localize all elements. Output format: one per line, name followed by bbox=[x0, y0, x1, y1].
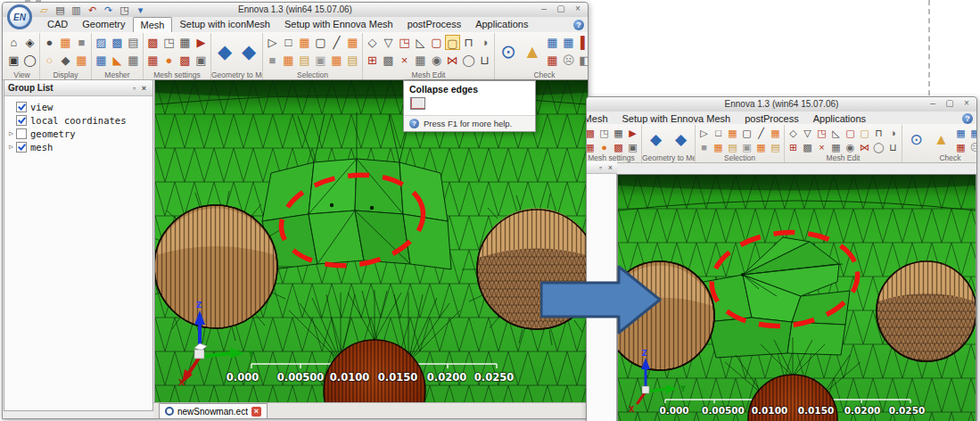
menu-tab[interactable]: Geometry bbox=[75, 17, 132, 32]
bridge-icon[interactable]: ⊓ bbox=[872, 127, 885, 139]
group-list-header[interactable]: ▫ × bbox=[587, 161, 617, 174]
tree-expand-icon[interactable]: ▷ bbox=[6, 129, 16, 137]
document-close-icon[interactable]: × bbox=[251, 407, 261, 417]
remesh-face-icon[interactable]: ▩ bbox=[801, 141, 814, 153]
cube-views-icon[interactable]: ◆ bbox=[58, 53, 73, 68]
face-quality-icon[interactable]: ☹ bbox=[561, 53, 576, 68]
merge-nodes-icon[interactable]: ▽ bbox=[801, 127, 814, 139]
zoom-icon[interactable]: ◯ bbox=[22, 53, 37, 68]
menu-tab[interactable]: Setup with iconMesh bbox=[172, 17, 277, 32]
tree-item[interactable]: ▷ geometry bbox=[6, 127, 151, 140]
tree-checkbox[interactable] bbox=[16, 128, 27, 139]
select-box-icon[interactable]: ■ bbox=[265, 53, 280, 68]
sphere-refine-icon[interactable]: ● bbox=[597, 141, 611, 153]
save-icon[interactable]: ▤ bbox=[54, 4, 66, 16]
solid-cube-icon[interactable]: ■ bbox=[74, 35, 89, 50]
tree-item[interactable]: local coordinates bbox=[6, 113, 151, 127]
select-volume2-icon[interactable]: ▤ bbox=[345, 53, 360, 68]
fit-view-icon[interactable]: ◳ bbox=[119, 4, 130, 16]
select-volume-icon[interactable]: ▤ bbox=[726, 141, 739, 153]
select-filled-icon[interactable]: ▣ bbox=[740, 141, 754, 153]
light-icon[interactable]: ○ bbox=[42, 53, 57, 68]
bridge-icon[interactable]: ⊓ bbox=[461, 35, 476, 50]
move-node-icon[interactable]: ◳ bbox=[397, 35, 412, 50]
source-icon[interactable]: ▶ bbox=[194, 35, 209, 50]
minimize-button[interactable]: – bbox=[927, 98, 938, 108]
dock-float-icon[interactable]: ▫ bbox=[129, 84, 139, 93]
block-mesher-icon[interactable]: ▦ bbox=[126, 53, 141, 68]
lasso-select-icon[interactable]: ▢ bbox=[740, 127, 754, 139]
create-element-icon[interactable]: ▢ bbox=[429, 35, 444, 50]
document-tab[interactable]: newSnowman.ect × bbox=[159, 403, 268, 418]
remesh-icon[interactable]: ▩ bbox=[110, 35, 125, 50]
grid-settings-icon[interactable]: ▦ bbox=[612, 127, 625, 139]
sizing-icon[interactable]: ▩ bbox=[612, 141, 625, 153]
check-grid-b-icon[interactable]: ▦ bbox=[968, 127, 976, 139]
stitch-icon[interactable]: ⊔ bbox=[886, 141, 900, 153]
check-grid-v-icon[interactable]: ▦ bbox=[545, 53, 560, 68]
move-node-icon[interactable]: ◳ bbox=[815, 127, 828, 139]
mesh-viewport-after[interactable]: Z Y X 0.000 0.00500 0.0100 0.0150 0.0200… bbox=[617, 174, 976, 421]
tri-mesher-icon[interactable]: ◣ bbox=[110, 53, 125, 68]
menu-tab[interactable]: CAD bbox=[40, 17, 75, 32]
select-box-icon[interactable]: ■ bbox=[697, 141, 711, 153]
diagnose-icon[interactable]: ⊙ bbox=[904, 127, 928, 153]
box-refine-icon[interactable]: ▣ bbox=[194, 53, 209, 68]
select-grid3-icon[interactable]: ▦ bbox=[329, 53, 344, 68]
geometry-to-mesh-icon[interactable]: ◆ bbox=[213, 35, 236, 69]
select-empty-box-icon[interactable]: □ bbox=[712, 127, 725, 139]
lasso-select-icon[interactable]: ▢ bbox=[313, 35, 328, 50]
delete-element-icon[interactable]: × bbox=[397, 53, 412, 68]
undo-icon[interactable]: ↶ bbox=[86, 4, 98, 16]
source-icon[interactable]: ▶ bbox=[626, 127, 639, 139]
project-node-icon[interactable]: ◉ bbox=[844, 141, 857, 153]
refine-icon[interactable]: ▦ bbox=[413, 53, 428, 68]
remesh-face-icon[interactable]: ▩ bbox=[381, 53, 396, 68]
collapse-edges-icon[interactable]: ▢ bbox=[445, 35, 460, 50]
select-empty-box-icon[interactable]: □ bbox=[281, 35, 296, 50]
shaded-sphere-icon[interactable]: ● bbox=[42, 35, 57, 50]
select-arrow-icon[interactable]: ▷ bbox=[697, 127, 711, 139]
select-grid-icon[interactable]: ▦ bbox=[281, 53, 296, 68]
fill-hole-icon[interactable]: ◺ bbox=[829, 127, 843, 139]
project-node-icon[interactable]: ◉ bbox=[429, 53, 444, 68]
select-volume2-icon[interactable]: ▤ bbox=[769, 141, 782, 153]
group-list-header[interactable]: Group List ▫ × bbox=[4, 80, 152, 96]
close-button[interactable]: × bbox=[961, 98, 972, 108]
global-settings-icon[interactable]: ▩ bbox=[145, 35, 161, 50]
sphere-edit-icon[interactable]: ◯ bbox=[872, 141, 885, 153]
histogram-icon[interactable]: ▌ bbox=[577, 35, 588, 50]
copy-settings-icon[interactable]: ◳ bbox=[597, 127, 611, 139]
delete-element-icon[interactable]: × bbox=[815, 141, 828, 153]
ennova-logo[interactable]: EN bbox=[7, 4, 32, 29]
tree-item[interactable]: view bbox=[6, 100, 151, 113]
select-grid4-icon[interactable]: ▦ bbox=[769, 127, 782, 139]
grid-settings-icon[interactable]: ▦ bbox=[177, 35, 193, 50]
swap-edge-icon[interactable]: ⋈ bbox=[445, 53, 460, 68]
create-element-icon[interactable]: ▢ bbox=[844, 127, 857, 139]
split-edge-icon[interactable]: ⊞ bbox=[786, 141, 800, 153]
volume-check-icon[interactable]: ◧ bbox=[577, 53, 588, 68]
stitch-icon[interactable]: ⊔ bbox=[477, 53, 492, 68]
rotate-element-icon[interactable]: ◑ bbox=[886, 127, 900, 139]
tree-checkbox[interactable] bbox=[16, 115, 27, 126]
dock-close-icon[interactable]: × bbox=[139, 84, 149, 93]
select-grid-icon[interactable]: ▦ bbox=[712, 141, 725, 153]
check-grid-b-icon[interactable]: ▦ bbox=[561, 35, 576, 50]
select-arrow-icon[interactable]: ▷ bbox=[265, 35, 280, 50]
smooth-icon[interactable]: ◇ bbox=[786, 127, 800, 139]
grid-display-icon[interactable]: ▦ bbox=[58, 35, 73, 50]
copy-settings-icon[interactable]: ◳ bbox=[161, 35, 177, 50]
quality-measure-icon[interactable]: ▲ bbox=[929, 127, 953, 153]
face-quality-icon[interactable]: ☹ bbox=[968, 141, 976, 153]
mesh-to-geometry-icon[interactable]: ◆ bbox=[237, 35, 260, 69]
dock-float-icon[interactable]: ▫ bbox=[596, 163, 605, 172]
minimize-button[interactable]: – bbox=[539, 4, 549, 13]
sphere-edit-icon[interactable]: ◯ bbox=[461, 53, 476, 68]
geometry-to-mesh-icon[interactable]: ◆ bbox=[644, 127, 668, 153]
tree-checkbox[interactable] bbox=[16, 142, 27, 153]
fill-hole-icon[interactable]: ◺ bbox=[413, 35, 428, 50]
dock-close-icon[interactable]: × bbox=[605, 163, 615, 172]
mesh-to-geometry-icon[interactable]: ◆ bbox=[669, 127, 693, 153]
sphere-refine-icon[interactable]: ● bbox=[161, 53, 177, 68]
